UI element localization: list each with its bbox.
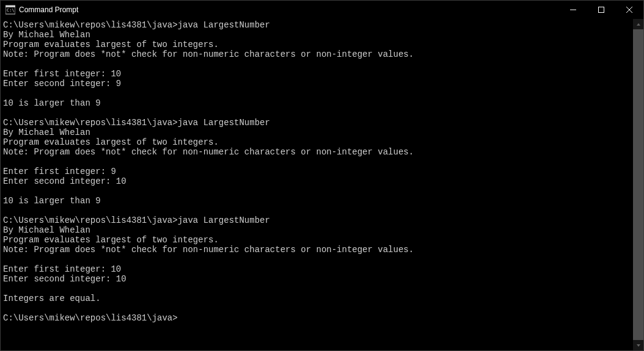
scrollbar-up-arrow[interactable] xyxy=(633,19,643,29)
terminal-wrapper: C:\Users\mikew\repos\lis4381\java>java L… xyxy=(1,19,643,350)
terminal-output[interactable]: C:\Users\mikew\repos\lis4381\java>java L… xyxy=(1,19,633,350)
scrollbar-thumb[interactable] xyxy=(633,29,643,340)
cmd-icon: C:\ xyxy=(5,5,15,15)
svg-rect-1 xyxy=(5,5,15,7)
minimize-button[interactable] xyxy=(559,1,587,19)
close-button[interactable] xyxy=(615,1,643,19)
titlebar-left: C:\ Command Prompt xyxy=(1,5,78,15)
window-title: Command Prompt xyxy=(19,5,78,14)
maximize-button[interactable] xyxy=(587,1,615,19)
scrollbar-down-arrow[interactable] xyxy=(633,340,643,350)
svg-rect-4 xyxy=(599,7,604,13)
svg-text:C:\: C:\ xyxy=(7,8,15,13)
scrollbar[interactable] xyxy=(633,19,643,350)
scrollbar-track[interactable] xyxy=(633,29,643,340)
window-controls xyxy=(559,1,643,19)
titlebar[interactable]: C:\ Command Prompt xyxy=(1,1,643,19)
